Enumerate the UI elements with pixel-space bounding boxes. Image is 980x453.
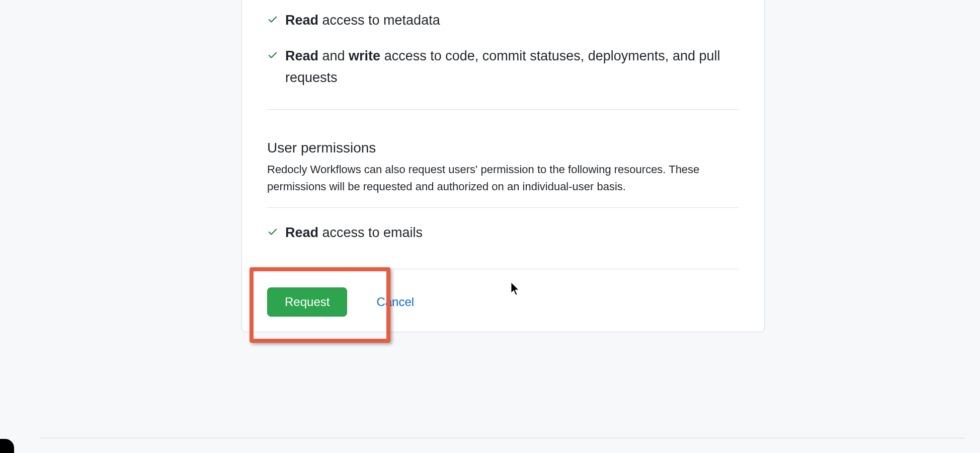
- permission-rest: access to metadata: [318, 13, 440, 28]
- check-icon: [267, 49, 278, 60]
- cancel-link[interactable]: Cancel: [376, 295, 414, 309]
- permission-bold: Read: [285, 13, 318, 28]
- permission-text: Read and write access to code, commit st…: [285, 45, 739, 89]
- user-permissions-list: Read access to emails: [267, 222, 739, 269]
- request-button[interactable]: Request: [267, 287, 347, 317]
- page-corner: [0, 439, 14, 453]
- repo-permissions-list: Read access to metadata Read and write a…: [267, 10, 739, 110]
- permission-bold: write: [349, 48, 380, 63]
- check-icon: [267, 14, 278, 25]
- permission-bold: Read: [285, 48, 318, 63]
- permission-item: Read and write access to code, commit st…: [267, 45, 739, 89]
- actions-row: Request Cancel: [267, 287, 739, 317]
- user-permissions-description: Redocly Workflows can also request users…: [267, 161, 739, 208]
- permission-text: Read access to metadata: [285, 10, 440, 31]
- permission-item: Read access to metadata: [267, 10, 739, 31]
- permission-bold: Read: [285, 225, 318, 240]
- permission-text: Read access to emails: [285, 222, 423, 244]
- permission-mid: and: [318, 48, 349, 63]
- permission-item: Read access to emails: [267, 222, 739, 244]
- permissions-card: Read access to metadata Read and write a…: [241, 0, 765, 332]
- check-icon: [267, 226, 278, 237]
- user-permissions-title: User permissions: [267, 140, 739, 156]
- footer-divider: [40, 438, 965, 438]
- permission-rest: access to emails: [318, 225, 423, 240]
